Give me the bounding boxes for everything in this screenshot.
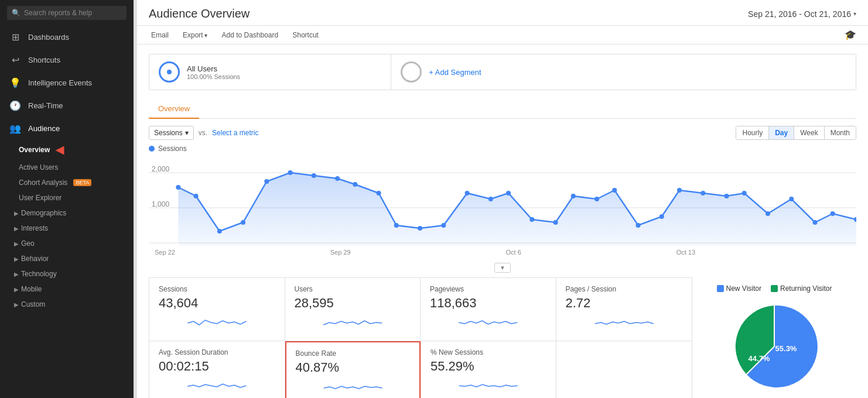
segment-sub: 100.00% Sessions: [187, 73, 240, 80]
sidebar-subitem-interests[interactable]: ▶ Interests: [0, 221, 134, 236]
technology-label: Technology: [21, 270, 57, 278]
sessions-legend-label: Sessions: [158, 145, 187, 153]
sidebar-item-dashboards[interactable]: ⊞ Dashboards: [0, 26, 134, 49]
segment-dot: [167, 70, 172, 74]
content-area: All Users 100.00% Sessions + Add Segment…: [137, 44, 868, 398]
sessions-sparkline: [159, 314, 275, 332]
sidebar-item-shortcuts[interactable]: ↩ Shortcuts: [0, 49, 134, 71]
sidebar-subitem-behavior[interactable]: ▶ Behavior: [0, 251, 134, 266]
metric-users: Users 28,595: [285, 278, 421, 341]
chevron-right-icon: ▶: [14, 286, 19, 293]
metrics-area: Sessions 43,604 Users 28,595: [149, 277, 692, 398]
segment-circle: [159, 61, 180, 83]
email-button[interactable]: Email: [149, 30, 171, 40]
line-chart-svg: 2,000 1,000: [149, 155, 856, 249]
sidebar-subitem-cohort[interactable]: Cohort Analysis BETA: [0, 175, 134, 190]
tab-overview[interactable]: Overview: [149, 100, 199, 119]
pages-session-sparkline: [566, 314, 683, 332]
segment-info: All Users 100.00% Sessions: [187, 64, 240, 80]
svg-point-36: [831, 211, 835, 216]
svg-text:1,000: 1,000: [152, 200, 170, 208]
sidebar-item-intelligence[interactable]: 💡 Intelligence Events: [0, 71, 134, 94]
chevron-right-icon: ▶: [14, 225, 19, 232]
tab-bar: Overview: [149, 100, 856, 119]
metrics-row2: Avg. Session Duration 00:02:15 Bounce Ra…: [149, 341, 692, 398]
metric-avg-session: Avg. Session Duration 00:02:15: [149, 341, 285, 398]
svg-point-30: [700, 191, 705, 195]
sidebar: 🔍 ⊞ Dashboards ↩ Shortcuts 💡 Intelligenc…: [0, 0, 134, 398]
svg-point-15: [377, 191, 381, 195]
page-title: Audience Overview: [149, 7, 250, 20]
export-button[interactable]: Export: [180, 30, 210, 40]
help-hat-icon[interactable]: 🎓: [845, 29, 856, 40]
vs-label: vs.: [199, 129, 207, 137]
time-btn-hourly[interactable]: Hourly: [736, 126, 769, 139]
sidebar-subitem-demographics[interactable]: ▶ Demographics: [0, 205, 134, 221]
segment-add[interactable]: + Add Segment: [391, 54, 856, 90]
interests-label: Interests: [21, 224, 48, 232]
svg-point-35: [813, 220, 818, 225]
add-dashboard-button[interactable]: Add to Dashboard: [219, 30, 281, 40]
time-btn-week[interactable]: Week: [794, 126, 824, 139]
collapse-button[interactable]: ▼: [494, 263, 511, 273]
sidebar-subitem-active-users[interactable]: Active Users: [0, 160, 134, 175]
metric-dropdown[interactable]: Sessions ▾: [149, 126, 194, 140]
sidebar-subitem-user-explorer[interactable]: User Explorer: [0, 190, 134, 205]
sidebar-subitem-mobile[interactable]: ▶ Mobile: [0, 282, 134, 297]
sidebar-item-realtime[interactable]: 🕐 Real-Time: [0, 94, 134, 117]
chevron-right-icon: ▶: [14, 241, 19, 247]
svg-point-22: [529, 217, 534, 222]
segment-all-users[interactable]: All Users 100.00% Sessions: [149, 54, 391, 90]
pie-section: New Visitor Returning Visitor: [692, 277, 856, 398]
realtime-icon: 🕐: [9, 100, 21, 111]
pageviews-sparkline: [430, 314, 546, 332]
intelligence-icon: 💡: [9, 77, 21, 88]
sidebar-item-label: Shortcuts: [28, 56, 60, 64]
svg-point-34: [789, 197, 794, 201]
overview-label: Overview: [19, 146, 50, 154]
pageviews-value: 118,663: [430, 296, 546, 311]
metric-pages-session: Pages / Session 2.72: [556, 278, 692, 341]
shortcut-button[interactable]: Shortcut: [290, 30, 321, 40]
time-btn-month[interactable]: Month: [825, 126, 856, 139]
date-range-selector[interactable]: Sep 21, 2016 - Oct 21, 2016 ▾: [748, 9, 856, 19]
pages-session-label: Pages / Session: [566, 285, 683, 293]
sessions-value: 43,604: [159, 296, 275, 311]
svg-point-33: [766, 211, 770, 216]
metric-new-sessions: % New Sessions 55.29%: [421, 341, 556, 398]
sidebar-subitem-custom[interactable]: ▶ Custom: [0, 297, 134, 312]
new-sessions-label: % New Sessions: [430, 348, 546, 356]
svg-point-21: [506, 191, 511, 195]
date-range-text: Sep 21, 2016 - Oct 21, 2016: [748, 9, 851, 19]
x-label-oct6: Oct 6: [506, 249, 521, 256]
search-box[interactable]: 🔍: [7, 6, 127, 20]
users-label: Users: [295, 285, 411, 293]
search-input[interactable]: [24, 9, 122, 17]
returning-visitor-label: Returning Visitor: [780, 284, 832, 293]
avg-session-sparkline: [159, 378, 275, 395]
add-segment-circle: [401, 61, 422, 83]
sidebar-subitem-overview[interactable]: Overview ◀: [0, 140, 134, 160]
svg-point-7: [194, 194, 199, 198]
segment-bar: All Users 100.00% Sessions + Add Segment: [149, 54, 856, 90]
new-visitor-legend: New Visitor: [717, 284, 761, 293]
metrics-row1: Sessions 43,604 Users 28,595: [149, 277, 692, 341]
svg-point-26: [612, 188, 617, 193]
sidebar-subitem-technology[interactable]: ▶ Technology: [0, 266, 134, 282]
search-icon: 🔍: [12, 9, 20, 17]
sidebar-item-audience[interactable]: 👥 Audience: [0, 117, 134, 140]
chart-controls: Sessions ▾ vs. Select a metric Hourly Da…: [149, 126, 856, 140]
svg-point-24: [571, 194, 576, 198]
svg-marker-5: [178, 173, 856, 246]
beta-badge: BETA: [73, 179, 91, 186]
sidebar-subitem-geo[interactable]: ▶ Geo: [0, 236, 134, 251]
metric-label: Sessions: [154, 129, 183, 137]
svg-point-10: [264, 179, 269, 184]
time-btn-day[interactable]: Day: [769, 126, 794, 139]
sidebar-item-label: Intelligence Events: [28, 78, 92, 87]
segment-name: All Users: [187, 64, 240, 73]
demographics-label: Demographics: [21, 209, 66, 217]
add-segment-label[interactable]: + Add Segment: [429, 68, 481, 77]
pages-session-value: 2.72: [566, 296, 683, 311]
select-metric-link[interactable]: Select a metric: [212, 129, 258, 137]
